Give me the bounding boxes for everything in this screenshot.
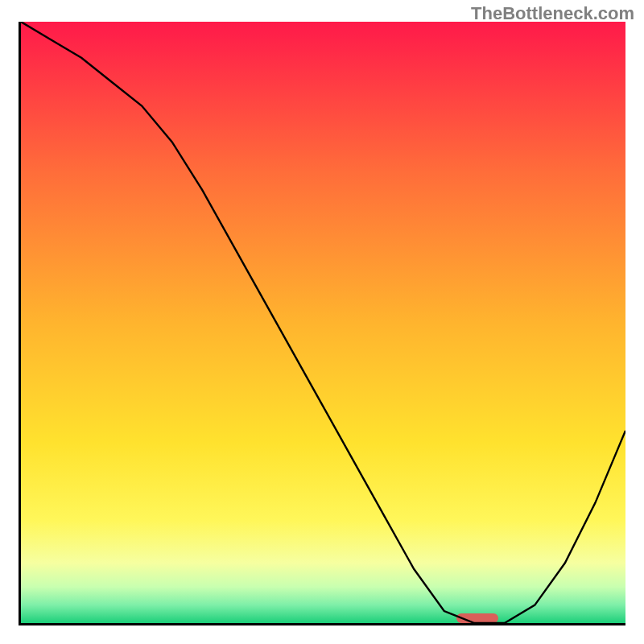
watermark-text: TheBottleneck.com xyxy=(471,3,634,24)
bottleneck-curve xyxy=(21,22,625,623)
chart-plot-area xyxy=(19,22,625,625)
